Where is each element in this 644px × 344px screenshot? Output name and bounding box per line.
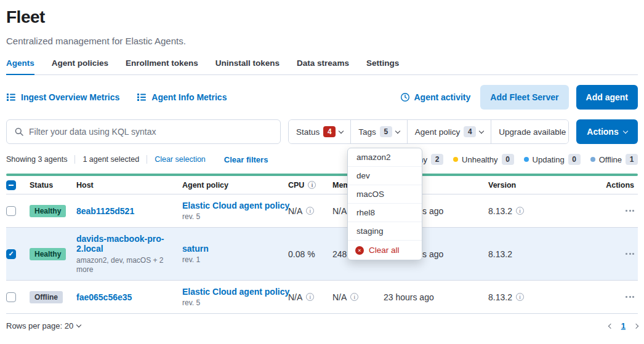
column-header-agent-policy[interactable]: Agent policy (182, 181, 288, 190)
agent-policy-link[interactable]: saturn (182, 244, 209, 254)
next-page-icon[interactable] (634, 323, 638, 328)
add-agent-label: Add agent (586, 92, 628, 102)
divider (74, 155, 75, 164)
row-checkbox[interactable] (6, 249, 16, 259)
column-header-host[interactable]: Host (76, 181, 182, 190)
unhealthy-label: Unhealthy (462, 155, 498, 164)
tags-filter-button[interactable]: Tags 5 (351, 120, 408, 143)
status-badge: Healthy (30, 205, 66, 217)
tab-data-streams[interactable]: Data streams (297, 55, 349, 74)
row-checkbox[interactable] (6, 292, 16, 302)
cpu-value: 0.08 % (288, 249, 315, 259)
info-icon[interactable] (350, 293, 358, 301)
tags-option-amazon2[interactable]: amazon2 (348, 148, 422, 167)
clear-filters-link[interactable]: Clear filters (224, 155, 268, 164)
filter-group: Status 4 Tags 5 Agent policy 4 Upgrade a… (288, 119, 569, 144)
page-number[interactable]: 1 (621, 321, 626, 330)
row-checkbox[interactable] (6, 206, 16, 216)
info-icon[interactable] (516, 293, 524, 301)
info-icon[interactable] (516, 207, 524, 215)
host-link[interactable]: davids-macbook-pro-2.local (76, 234, 179, 254)
offline-count-badge: 1 (626, 154, 638, 165)
column-header-status[interactable]: Status (30, 181, 76, 190)
tags-filter-count-badge: 5 (380, 126, 392, 137)
offline-dot-icon (590, 157, 595, 162)
chevron-down-icon (395, 128, 400, 133)
page-title: Fleet (6, 0, 638, 27)
upgrade-available-filter-button[interactable]: Upgrade available (491, 120, 569, 143)
agent-activity-label: Agent activity (414, 92, 470, 102)
tags-option-staging[interactable]: staging (348, 222, 422, 241)
tab-agents[interactable]: Agents (6, 55, 34, 75)
actions-button[interactable]: Actions (576, 119, 638, 144)
info-icon[interactable] (306, 293, 314, 301)
updating-stat: Updating 0 (524, 154, 581, 165)
memory-value: N/A (332, 292, 347, 302)
page-subtitle: Centralized management for Elastic Agent… (6, 36, 638, 46)
actions-button-label: Actions (587, 127, 618, 137)
rows-per-page-selector[interactable]: Rows per page: 20 (6, 321, 81, 330)
agent-activity-link[interactable]: Agent activity (400, 92, 470, 102)
agent-policy-link[interactable]: Elastic Cloud agent policy (182, 201, 289, 210)
cpu-value: N/A (288, 292, 302, 302)
host-link[interactable]: 8eab1125d521 (76, 206, 134, 216)
agent-policy-filter-button[interactable]: Agent policy 4 (408, 120, 492, 143)
unhealthy-stat: Unhealthy 0 (453, 154, 514, 165)
search-input[interactable] (29, 127, 273, 137)
ingest-overview-metrics-link[interactable]: Ingest Overview Metrics (6, 92, 119, 102)
fleet-tabs: Agents Agent policies Enrollment tokens … (6, 55, 638, 75)
metrics-table-icon (137, 92, 147, 102)
fleet-page: Fleet Centralized management for Elastic… (0, 0, 644, 330)
offline-label: Offline (599, 155, 622, 164)
tags-option-macos[interactable]: macOS (348, 185, 422, 204)
table-row: Offline fae065c56e35 Elastic Cloud agent… (6, 281, 638, 314)
add-fleet-server-button[interactable]: Add Fleet Server (480, 85, 568, 110)
clear-all-label: Clear all (369, 246, 400, 255)
previous-page-icon[interactable] (608, 323, 613, 328)
tags-filter-dropdown: amazon2 dev macOS rhel8 staging Clear al… (347, 148, 422, 260)
column-header-cpu[interactable]: CPU (288, 181, 332, 190)
clear-all-tags-button[interactable]: Clear all (348, 241, 422, 260)
status-badge: Healthy (30, 248, 66, 260)
rows-per-page-label: Rows per page: 20 (6, 321, 73, 330)
offline-stat: Offline 1 (590, 154, 638, 165)
column-header-version[interactable]: Version (488, 181, 581, 190)
selection-summary-bar: Showing 3 agents 1 agent selected Clear … (6, 153, 638, 166)
info-icon[interactable] (306, 207, 314, 215)
cross-in-circle-icon (355, 246, 364, 255)
row-actions-menu-icon[interactable] (626, 210, 634, 212)
search-icon (14, 127, 24, 137)
memory-value: 248 (332, 249, 347, 259)
tab-settings[interactable]: Settings (366, 55, 399, 74)
agent-info-metrics-label: Agent Info Metrics (151, 92, 227, 102)
tags-option-dev[interactable]: dev (348, 167, 422, 185)
agents-toolbar: Ingest Overview Metrics Agent Info Metri… (6, 85, 638, 110)
unhealthy-count-badge: 0 (502, 154, 514, 165)
upgrade-available-label: Upgrade available (499, 127, 566, 137)
add-agent-button[interactable]: Add agent (576, 85, 638, 110)
tab-uninstall-tokens[interactable]: Uninstall tokens (215, 55, 280, 74)
unhealthy-dot-icon (453, 157, 458, 162)
tags-option-rhel8[interactable]: rhel8 (348, 204, 422, 222)
row-actions-menu-icon[interactable] (626, 253, 634, 255)
tab-enrollment-tokens[interactable]: Enrollment tokens (126, 55, 198, 74)
status-filter-button[interactable]: Status 4 (289, 120, 351, 143)
pagination: 1 (609, 321, 638, 330)
host-link[interactable]: fae065c56e35 (76, 292, 132, 302)
agent-policy-filter-count-badge: 4 (464, 126, 476, 137)
agent-policy-link[interactable]: Elastic Cloud agent policy (182, 287, 289, 297)
row-actions-menu-icon[interactable] (626, 296, 634, 298)
agent-info-metrics-link[interactable]: Agent Info Metrics (137, 92, 227, 102)
tab-agent-policies[interactable]: Agent policies (52, 55, 108, 74)
updating-label: Updating (533, 155, 565, 164)
clear-selection-link[interactable]: Clear selection (155, 155, 206, 164)
metrics-table-icon (6, 92, 16, 102)
version-value: 8.13.2 (488, 249, 512, 259)
updating-dot-icon (524, 157, 529, 162)
table-row: Healthy 8eab1125d521 Elastic Cloud agent… (6, 194, 638, 228)
info-icon[interactable] (308, 181, 316, 189)
version-value: 8.13.2 (488, 206, 512, 216)
toolbar-right-group: Agent activity Add Fleet Server Add agen… (400, 85, 638, 110)
select-all-checkbox[interactable] (6, 180, 16, 190)
status-filter-label: Status (296, 127, 320, 137)
